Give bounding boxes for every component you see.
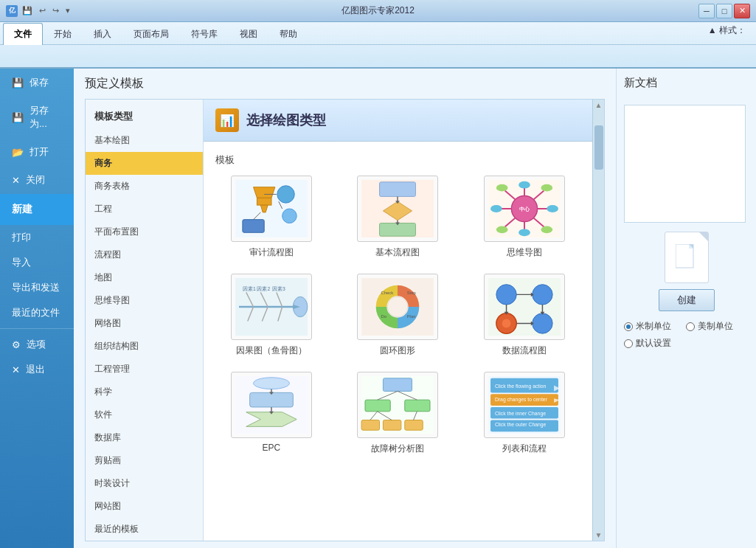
category-basic[interactable]: 基本绘图: [86, 129, 203, 152]
imperial-radio[interactable]: 美制单位: [686, 320, 733, 333]
dataflow-label: 数据流程图: [502, 344, 547, 357]
ribbon-content: [0, 45, 756, 67]
tab-start[interactable]: 开始: [43, 23, 83, 45]
separator-1: [0, 328, 74, 329]
template-grid-area: 模板: [204, 142, 592, 541]
category-mindmap[interactable]: 思维导图: [86, 289, 203, 312]
svg-text:Click the flowing action: Click the flowing action: [495, 384, 547, 389]
category-fashion[interactable]: 时装设计: [86, 472, 203, 495]
template-item-mindmap[interactable]: 中心 思维导图: [468, 176, 580, 259]
app-icon: 亿: [6, 5, 18, 17]
svg-rect-80: [384, 378, 412, 392]
saveas-label: 另存为...: [30, 104, 62, 131]
svg-text:中心: 中心: [519, 206, 530, 212]
category-engineering[interactable]: 工程: [86, 198, 203, 221]
metric-radio[interactable]: 米制单位: [624, 320, 671, 333]
save-label: 保存: [30, 76, 49, 89]
qa-undo[interactable]: ↩: [37, 4, 48, 17]
basic-flow-label: 基本流程图: [375, 246, 420, 259]
template-item-dataflow[interactable]: 数据流程图: [468, 274, 580, 357]
print-menu-item[interactable]: 打印: [0, 225, 74, 250]
category-floorplan[interactable]: 平面布置图: [86, 221, 203, 243]
svg-point-33: [541, 184, 553, 192]
saveas-menu-item[interactable]: 💾 另存为...: [0, 97, 74, 138]
qa-more[interactable]: ▾: [63, 4, 72, 17]
maximize-button[interactable]: □: [716, 4, 732, 18]
create-section: 创建: [624, 232, 749, 311]
category-org[interactable]: 组织结构图: [86, 335, 203, 358]
category-software[interactable]: 软件: [86, 403, 203, 426]
template-item-fishbone[interactable]: 因素1 因素2 因素3 因果图（鱼骨图）: [215, 274, 327, 357]
tab-insert[interactable]: 插入: [83, 23, 122, 45]
basic-flow-svg: [358, 176, 437, 241]
open-icon: 📂: [12, 147, 24, 158]
fishbone-svg: 因素1 因素2 因素3: [232, 274, 311, 339]
exit-menu-item[interactable]: ✕ 退出: [0, 357, 74, 382]
doc-svg: [676, 244, 698, 271]
imperial-radio-circle: [686, 322, 695, 331]
print-label: 打印: [12, 231, 31, 244]
save-menu-item[interactable]: 💾 保存: [0, 69, 74, 97]
template-thumb-mindmap: 中心: [484, 176, 565, 242]
file-sidebar: 💾 保存 💾 另存为... 📂 打开 ✕ 关闭 新建 打印 导入 导出和发送 最…: [0, 69, 74, 548]
recent-menu-item[interactable]: 最近的文件: [0, 300, 74, 325]
tab-help[interactable]: 帮助: [268, 23, 308, 45]
export-menu-item[interactable]: 导出和发送: [0, 275, 74, 300]
style-button[interactable]: ▲ 样式：: [701, 22, 753, 44]
tab-file[interactable]: 文件: [3, 23, 43, 45]
save-icon: 💾: [12, 77, 24, 89]
scroll-up-arrow[interactable]: ▲: [594, 100, 604, 111]
create-button[interactable]: 创建: [659, 289, 715, 311]
category-recent[interactable]: 最近的模板: [86, 518, 203, 541]
exit-label: 退出: [26, 363, 45, 376]
category-pm[interactable]: 工程管理: [86, 358, 203, 381]
template-item-list[interactable]: Click the flowing action Drag changes to…: [468, 372, 580, 455]
svg-point-59: [533, 285, 552, 305]
close-label: 关闭: [26, 173, 45, 187]
category-business[interactable]: 商务: [86, 152, 203, 175]
options-menu-item[interactable]: ⚙ 选项: [0, 332, 74, 357]
list-label: 列表和流程: [502, 443, 547, 455]
svg-point-34: [496, 226, 508, 233]
template-header-title: 选择绘图类型: [246, 111, 326, 129]
create-document-icon: [665, 232, 709, 283]
category-network[interactable]: 网络图: [86, 312, 203, 335]
tab-view[interactable]: 视图: [229, 23, 268, 45]
default-radio[interactable]: 默认设置: [624, 337, 671, 350]
ring-svg: Step Plan Do Check: [358, 274, 437, 339]
template-item-epc[interactable]: EPC: [215, 372, 327, 455]
preview-box: [624, 105, 746, 223]
template-item-fault[interactable]: 故障树分析图: [342, 372, 454, 455]
template-item-basic[interactable]: 基本流程图: [342, 176, 454, 259]
template-item-audit[interactable]: 审计流程图: [215, 176, 327, 259]
close-menu-item[interactable]: ✕ 关闭: [0, 166, 74, 194]
qa-redo[interactable]: ↪: [50, 4, 61, 17]
category-flowchart[interactable]: 流程图: [86, 243, 203, 266]
svg-point-29: [519, 229, 530, 236]
dataflow-svg: [485, 274, 564, 339]
open-menu-item[interactable]: 📂 打开: [0, 138, 74, 166]
tab-symbols[interactable]: 符号库: [180, 23, 229, 45]
minimize-button[interactable]: ─: [698, 4, 715, 18]
category-sitemap[interactable]: 网站图: [86, 495, 203, 518]
tab-page-layout[interactable]: 页面布局: [122, 23, 180, 45]
scroll-bar[interactable]: ▲ ▼: [592, 100, 604, 541]
category-business-table[interactable]: 商务表格: [86, 175, 203, 198]
quick-access-toolbar: 亿 💾 ↩ ↪ ▾: [6, 4, 72, 17]
svg-point-58: [496, 285, 516, 305]
category-clipart[interactable]: 剪贴画: [86, 449, 203, 472]
svg-text:Click the outer Change: Click the outer Change: [495, 422, 547, 428]
export-label: 导出和发送: [12, 281, 60, 294]
qa-save[interactable]: 💾: [20, 4, 35, 17]
template-item-ring[interactable]: Step Plan Do Check 圆环图形: [342, 274, 454, 357]
category-map[interactable]: 地图: [86, 266, 203, 289]
new-button[interactable]: 新建: [0, 194, 74, 225]
scroll-down-arrow[interactable]: ▼: [594, 530, 604, 541]
recent-label: 最近的文件: [12, 306, 60, 319]
scroll-thumb[interactable]: [594, 125, 603, 170]
import-menu-item[interactable]: 导入: [0, 250, 74, 275]
category-database[interactable]: 数据库: [86, 426, 203, 449]
category-science[interactable]: 科学: [86, 381, 203, 403]
mindmap-label: 思维导图: [507, 246, 542, 259]
close-button[interactable]: ✕: [734, 4, 750, 18]
